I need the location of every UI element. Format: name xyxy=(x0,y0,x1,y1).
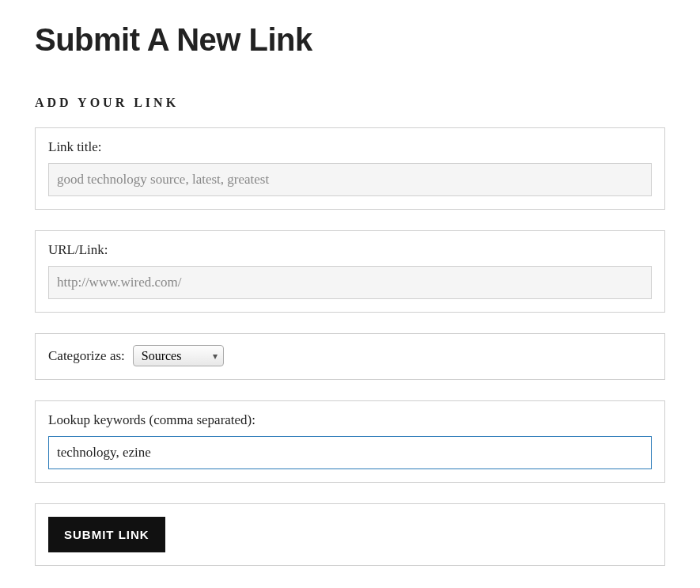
keywords-label: Lookup keywords (comma separated): xyxy=(48,412,255,428)
field-group-categorize: Categorize as: Sources xyxy=(35,333,665,380)
page-title: Submit A New Link xyxy=(35,22,665,58)
categorize-label: Categorize as: xyxy=(48,348,125,364)
link-title-label: Link title: xyxy=(48,139,102,155)
categorize-select-wrap: Sources xyxy=(133,345,224,366)
url-input[interactable] xyxy=(48,266,652,299)
field-group-link-title: Link title: xyxy=(35,127,665,210)
url-label: URL/Link: xyxy=(48,242,108,258)
categorize-select[interactable]: Sources xyxy=(133,345,224,366)
field-group-keywords: Lookup keywords (comma separated): xyxy=(35,400,665,483)
link-title-input[interactable] xyxy=(48,163,652,196)
field-group-url: URL/Link: xyxy=(35,230,665,313)
submit-button[interactable]: SUBMIT LINK xyxy=(48,517,165,552)
submit-section: SUBMIT LINK xyxy=(35,503,665,566)
keywords-input[interactable] xyxy=(48,436,652,469)
section-heading: ADD YOUR LINK xyxy=(35,96,665,110)
